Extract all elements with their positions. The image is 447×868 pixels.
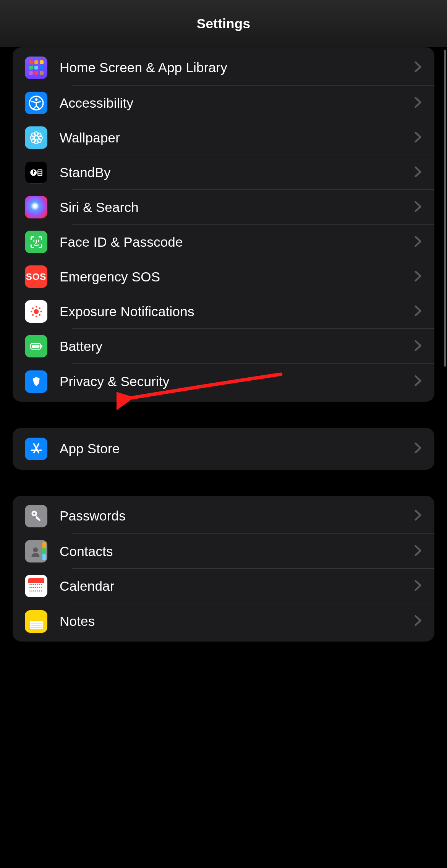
row-battery[interactable]: Battery: [13, 329, 434, 364]
chevron-right-icon: [414, 615, 422, 628]
row-label: Wallpaper: [60, 130, 414, 145]
svg-point-36: [33, 547, 38, 552]
sos-icon-text: SOS: [26, 272, 47, 282]
svg-point-22: [40, 310, 42, 312]
settings-group-appstore: App Store: [13, 428, 434, 470]
settings-list: Home Screen & App Library Accessibility …: [0, 47, 447, 868]
row-label: Face ID & Passcode: [60, 234, 414, 250]
row-passwords[interactable]: Passwords: [13, 496, 434, 534]
exposure-icon: [25, 300, 47, 323]
chevron-right-icon: [414, 340, 422, 353]
chevron-right-icon: [414, 236, 422, 249]
svg-point-20: [35, 315, 37, 317]
row-accessibility[interactable]: Accessibility: [13, 86, 434, 120]
svg-rect-37: [30, 621, 43, 629]
row-wallpaper[interactable]: Wallpaper: [13, 120, 434, 155]
row-label: Home Screen & App Library: [60, 60, 414, 75]
row-calendar[interactable]: Calendar: [13, 569, 434, 603]
appstore-icon: [25, 438, 47, 460]
home-screen-icon: [25, 57, 47, 79]
row-emergency-sos[interactable]: SOS Emergency SOS: [13, 259, 434, 294]
battery-icon: [25, 335, 47, 357]
row-app-store[interactable]: App Store: [13, 428, 434, 470]
row-label: Emergency SOS: [60, 269, 414, 284]
sos-icon: SOS: [25, 265, 47, 288]
row-faceid[interactable]: Face ID & Passcode: [13, 225, 434, 259]
row-privacy[interactable]: Privacy & Security: [13, 364, 434, 402]
svg-point-23: [32, 307, 33, 309]
chevron-right-icon: [414, 270, 422, 283]
chevron-right-icon: [414, 509, 422, 522]
svg-point-26: [39, 314, 40, 315]
row-exposure-notifications[interactable]: Exposure Notifications: [13, 294, 434, 329]
privacy-icon: [25, 370, 47, 393]
row-label: Contacts: [60, 544, 414, 559]
svg-point-35: [33, 512, 35, 514]
notes-icon: [25, 610, 47, 633]
svg-point-18: [34, 309, 39, 314]
faceid-icon: [25, 231, 47, 253]
scrollbar[interactable]: [444, 50, 446, 367]
svg-point-1: [35, 98, 37, 101]
svg-point-19: [35, 306, 37, 307]
row-label: App Store: [60, 441, 414, 456]
svg-point-24: [39, 307, 40, 309]
wallpaper-icon: [25, 126, 47, 149]
row-siri[interactable]: Siri & Search: [13, 190, 434, 225]
row-label: Passwords: [60, 508, 414, 524]
svg-rect-13: [38, 170, 41, 171]
row-label: Accessibility: [60, 95, 414, 111]
row-label: Exposure Notifications: [60, 304, 414, 319]
row-label: Siri & Search: [60, 200, 414, 215]
row-label: Notes: [60, 614, 414, 629]
chevron-right-icon: [414, 375, 422, 388]
chevron-right-icon: [414, 97, 422, 110]
row-notes[interactable]: Notes: [13, 603, 434, 642]
chevron-right-icon: [414, 166, 422, 179]
svg-rect-15: [38, 174, 41, 175]
settings-group-general: Home Screen & App Library Accessibility …: [13, 47, 434, 402]
calendar-icon: [25, 575, 47, 597]
row-contacts[interactable]: Contacts: [13, 534, 434, 569]
header: Settings: [0, 0, 447, 47]
chevron-right-icon: [414, 201, 422, 214]
svg-point-25: [32, 314, 33, 315]
chevron-right-icon: [414, 131, 422, 144]
chevron-right-icon: [414, 442, 422, 455]
siri-icon: [25, 196, 47, 218]
page-title: Settings: [197, 16, 250, 31]
standby-icon: [25, 161, 47, 184]
chevron-right-icon: [414, 61, 422, 74]
chevron-right-icon: [414, 580, 422, 593]
row-home-screen[interactable]: Home Screen & App Library: [13, 47, 434, 86]
svg-rect-14: [38, 172, 41, 173]
passwords-icon: [25, 505, 47, 527]
svg-rect-29: [41, 345, 42, 347]
contacts-icon: [25, 540, 47, 563]
row-label: Battery: [60, 339, 414, 354]
chevron-right-icon: [414, 545, 422, 558]
chevron-right-icon: [414, 305, 422, 318]
svg-point-21: [31, 310, 32, 312]
row-label: StandBy: [60, 165, 414, 180]
svg-rect-28: [32, 344, 39, 348]
row-label: Privacy & Security: [60, 374, 414, 389]
settings-group-apps: Passwords Contacts: [13, 496, 434, 642]
accessibility-icon: [25, 92, 47, 114]
row-standby[interactable]: StandBy: [13, 155, 434, 190]
row-label: Calendar: [60, 579, 414, 594]
